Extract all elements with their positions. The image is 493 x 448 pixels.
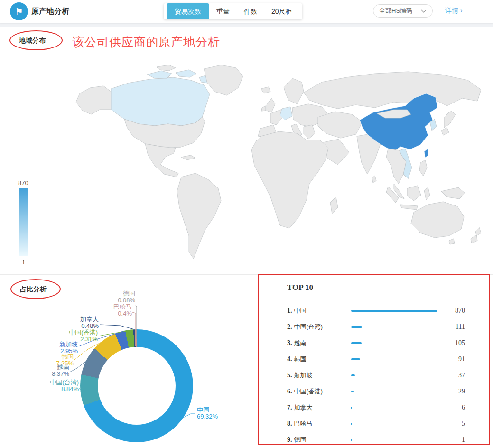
map-country-australia — [411, 202, 464, 238]
map-island-borneo — [407, 186, 421, 201]
map-country-mexico — [145, 144, 178, 177]
top10-title: TOP 10 — [287, 283, 465, 292]
map-continent-south-america — [177, 173, 221, 259]
map-country-ireland — [261, 106, 266, 111]
bar — [351, 342, 362, 344]
donut-label-bahamas: 巴哈马0.4% — [113, 304, 132, 317]
donut-label-singapore: 新加坡2.95% — [59, 341, 78, 355]
bar — [351, 423, 352, 425]
hs-code-dropdown-value: 全部HS编码 — [379, 7, 412, 15]
map-country-japan — [444, 111, 456, 128]
tab-20ft-container[interactable]: 20尺柜 — [264, 3, 299, 19]
table-row: 7.加拿大 6 — [287, 400, 465, 416]
bar — [351, 326, 362, 328]
map-country-sri-lanka — [372, 176, 376, 183]
origin-analysis-page: ⚑ 原产地分析 贸易次数 重量 件数 20尺柜 全部HS编码 详情 › 地域分布… — [0, 0, 493, 448]
bar — [351, 358, 360, 360]
table-row: 3.越南 105 — [287, 335, 465, 351]
world-map-chart[interactable] — [62, 64, 491, 268]
donut-label-canada: 加拿大0.48% — [80, 316, 99, 329]
table-row: 2.中国(台湾) 111 — [287, 319, 465, 335]
color-scale-legend — [19, 188, 28, 256]
origin-share-donut-chart[interactable] — [80, 329, 193, 442]
page-title: 原产地分析 — [31, 7, 69, 17]
tab-trade-count[interactable]: 贸易次数 — [167, 3, 209, 19]
map-country-russia — [304, 72, 481, 109]
header-bar: ⚑ 原产地分析 贸易次数 重量 件数 20尺柜 全部HS编码 详情 › — [0, 0, 493, 23]
legend-min-value: 1 — [22, 259, 25, 266]
map-island-new-guinea — [441, 187, 465, 199]
table-row: 6.中国(香港) 29 — [287, 383, 465, 400]
map-country-new-zealand-north — [475, 227, 481, 236]
map-country-cuba — [181, 155, 195, 160]
legend-max-value: 870 — [18, 179, 28, 187]
donut-label-germany: 德国0.08% — [118, 290, 135, 304]
chevron-right-icon: › — [460, 7, 463, 14]
map-island-canada-1 — [147, 71, 172, 78]
share-analysis-badge: 占比分析 — [20, 285, 47, 294]
map-region-scandinavia — [284, 78, 304, 104]
metric-tabbar: 贸易次数 重量 件数 20尺柜 — [164, 3, 302, 19]
bar — [351, 391, 354, 392]
red-annotation-text: 该公司供应商的原产地分析 — [72, 34, 220, 50]
map-country-taiwan — [424, 149, 428, 158]
tab-piece-count[interactable]: 件数 — [237, 3, 264, 19]
map-country-alaska — [76, 86, 111, 114]
map-country-canada — [111, 77, 210, 126]
map-country-philippines — [419, 160, 427, 176]
map-island-tasmania — [449, 239, 455, 244]
map-island-canada-2 — [176, 70, 196, 77]
table-row: 1.中国 870 — [287, 303, 465, 319]
map-continent-africa — [251, 131, 328, 228]
table-row: 8.巴哈马 5 — [287, 416, 465, 432]
tab-weight[interactable]: 重量 — [209, 3, 237, 19]
header-divider — [0, 23, 493, 27]
bar — [351, 407, 352, 409]
map-island-java — [400, 205, 418, 210]
table-row: 4.韩国 91 — [287, 351, 465, 367]
hs-code-dropdown[interactable]: 全部HS编码 — [373, 4, 433, 18]
table-row: 5.新加坡 37 — [287, 367, 465, 383]
world-map — [62, 64, 491, 268]
map-country-new-zealand-south — [471, 235, 477, 243]
section-divider — [0, 274, 493, 275]
map-country-japan-south — [441, 128, 449, 135]
bar — [351, 374, 355, 376]
map-island-sulawesi — [424, 187, 430, 200]
region-distribution-badge: 地域分布 — [19, 37, 46, 45]
flag-icon: ⚑ — [10, 2, 28, 20]
map-country-madagascar — [330, 197, 338, 214]
donut-label-china: 中国69.32% — [197, 407, 218, 420]
panel-divider — [267, 275, 267, 448]
detail-link[interactable]: 详情 › — [445, 7, 463, 15]
bar — [351, 310, 437, 312]
donut-label-vietnam: 越南8.37% — [52, 364, 69, 377]
map-region-central-asia — [318, 112, 363, 138]
top10-panel: TOP 10 1.中国 870 2.中国(台湾) 111 3.越南 105 4.… — [287, 283, 465, 448]
map-country-iceland — [261, 87, 270, 93]
map-islands-arctic — [157, 65, 176, 71]
table-row: 9.德国 1 — [287, 432, 465, 448]
top10-rows: 1.中国 870 2.中国(台湾) 111 3.越南 105 4.韩国 91 5… — [287, 303, 465, 448]
chevron-down-icon — [421, 8, 427, 15]
donut-label-taiwan: 中国(台湾)8.84% — [50, 379, 79, 392]
map-region-balkans — [304, 125, 315, 139]
map-country-greenland — [204, 65, 243, 95]
map-country-uk — [267, 98, 275, 112]
